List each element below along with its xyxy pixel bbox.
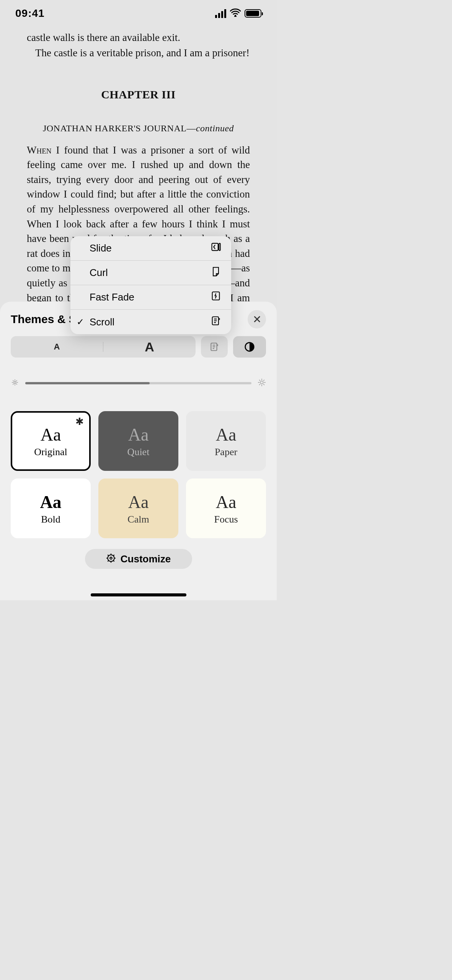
svg-line-33 bbox=[108, 561, 108, 562]
font-size-segment: A A bbox=[11, 336, 196, 358]
themes-settings-sheet: Themes & Settings ✕ A A bbox=[0, 302, 277, 600]
status-time: 09:41 bbox=[15, 7, 45, 20]
font-size-smaller-button[interactable]: A bbox=[11, 342, 103, 352]
font-size-larger-button[interactable]: A bbox=[103, 340, 196, 354]
cellular-icon bbox=[215, 9, 226, 18]
menu-item-slide[interactable]: Slide bbox=[70, 236, 231, 261]
selected-theme-badge-icon: ✱ bbox=[75, 416, 84, 428]
menu-item-curl[interactable]: Curl bbox=[70, 261, 231, 285]
svg-line-12 bbox=[13, 381, 13, 381]
curl-icon bbox=[210, 266, 221, 279]
reader-text-line: castle walls is there an available exit. bbox=[27, 31, 250, 45]
close-button[interactable]: ✕ bbox=[248, 310, 266, 328]
svg-point-7 bbox=[14, 381, 16, 384]
theme-calm[interactable]: Aa Calm bbox=[98, 479, 178, 538]
svg-line-23 bbox=[259, 384, 260, 385]
svg-line-22 bbox=[264, 384, 264, 385]
svg-point-16 bbox=[260, 381, 263, 384]
slide-icon bbox=[210, 242, 221, 255]
svg-rect-36 bbox=[219, 243, 220, 251]
fast-fade-icon bbox=[210, 291, 221, 304]
theme-original[interactable]: ✱ Aa Original bbox=[11, 411, 91, 471]
status-bar: 09:41 bbox=[0, 0, 277, 27]
scroll-icon bbox=[210, 315, 221, 329]
svg-point-26 bbox=[110, 557, 112, 559]
battery-icon bbox=[245, 9, 261, 18]
theme-bold[interactable]: Aa Bold bbox=[11, 479, 91, 538]
reader-text-line: The castle is a veritable prison, and I … bbox=[27, 46, 250, 60]
svg-line-13 bbox=[16, 384, 17, 384]
menu-item-fast-fade[interactable]: Fast Fade bbox=[70, 285, 231, 310]
svg-line-32 bbox=[113, 561, 114, 562]
menu-item-scroll[interactable]: ✓ Scroll bbox=[70, 310, 231, 334]
theme-paper[interactable]: Aa Paper bbox=[186, 411, 266, 471]
checkmark-icon: ✓ bbox=[77, 317, 84, 327]
brightness-slider-row bbox=[11, 378, 266, 388]
brightness-slider[interactable] bbox=[25, 382, 251, 384]
chapter-subtitle: JONATHAN HARKER'S JOURNAL—continued bbox=[27, 123, 250, 134]
status-icons bbox=[215, 8, 261, 18]
page-turn-menu: Slide Curl Fast Fade ✓ Scroll bbox=[70, 236, 231, 334]
page-turn-mode-button[interactable] bbox=[201, 336, 228, 358]
svg-rect-35 bbox=[212, 243, 218, 251]
svg-line-15 bbox=[16, 381, 17, 381]
wifi-icon bbox=[230, 8, 241, 18]
theme-quiet[interactable]: Aa Quiet bbox=[98, 411, 178, 471]
svg-line-34 bbox=[113, 555, 114, 555]
customize-button[interactable]: Customize bbox=[85, 549, 192, 569]
chapter-heading: CHAPTER III bbox=[27, 88, 250, 101]
svg-point-25 bbox=[108, 555, 114, 561]
svg-line-14 bbox=[13, 384, 13, 384]
brightness-low-icon bbox=[11, 378, 19, 388]
svg-line-21 bbox=[259, 380, 260, 381]
contrast-toggle-button[interactable] bbox=[233, 336, 266, 358]
brightness-high-icon bbox=[258, 378, 266, 388]
theme-focus[interactable]: Aa Focus bbox=[186, 479, 266, 538]
gear-icon bbox=[106, 553, 116, 565]
svg-line-24 bbox=[264, 380, 264, 381]
home-indicator[interactable] bbox=[91, 593, 186, 596]
svg-point-0 bbox=[235, 15, 237, 17]
svg-line-31 bbox=[108, 555, 108, 555]
